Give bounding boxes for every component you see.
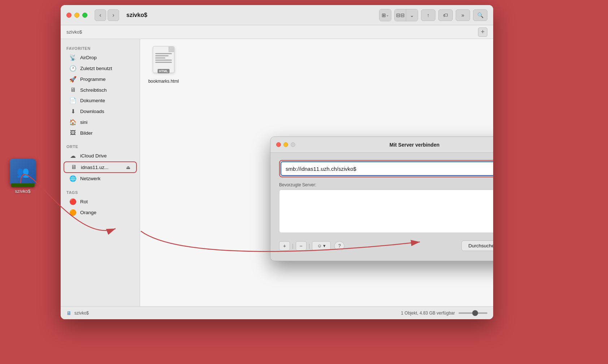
- status-drive-icon: 🖥: [66, 310, 71, 316]
- sidebar-item-idnas11[interactable]: 🖥 idnas11.uz... ⏏: [64, 161, 137, 173]
- sidebar-label-apps: Programme: [80, 77, 106, 82]
- sidebar-item-recent[interactable]: 🕐 Zuletzt benutzt: [64, 63, 137, 74]
- sidebar-item-apps[interactable]: 🚀 Programme: [64, 74, 137, 84]
- dialog-footer: + | − | ☺ ▾ ? Durchsuchen Verbinden: [279, 239, 493, 252]
- sidebar-label-pictures: Bilder: [80, 130, 93, 136]
- icloud-icon: ☁: [69, 152, 77, 159]
- file-name: bookmarks.html: [148, 79, 179, 84]
- help-button[interactable]: ?: [334, 241, 344, 251]
- sidebar-label-rot: Rot: [80, 199, 88, 204]
- browse-button[interactable]: Durchsuchen: [461, 240, 493, 251]
- sidebar-label-sini: sini: [80, 120, 87, 125]
- add-server-button[interactable]: +: [279, 241, 290, 251]
- sidebar-label-network: Netzwerk: [80, 176, 100, 181]
- sidebar-item-pictures[interactable]: 🖼 Bilder: [64, 128, 137, 138]
- dialog-minimize-button[interactable]: [283, 142, 288, 147]
- preferred-servers-list[interactable]: [279, 190, 493, 233]
- file-area: HTML bookmarks.html Mit Server verbinden: [140, 39, 493, 306]
- main-content: Favoriten 📡 AirDrop 🕐 Zuletzt benutzt 🚀 …: [61, 39, 493, 306]
- sidebar-item-rot[interactable]: 🔴 Rot: [64, 196, 137, 207]
- documents-icon: 📄: [69, 97, 77, 104]
- minimize-button[interactable]: [74, 13, 79, 18]
- view-toggle2: ⊟⊟ ⌄: [394, 9, 418, 21]
- sidebar-label-airdrop: AirDrop: [80, 55, 97, 60]
- title-bar: ‹ › szivko$ ⊞⌄ ⊟⊟ ⌄ ↑ 🏷 » 🔍: [61, 5, 493, 25]
- file-type-badge: HTML: [158, 69, 170, 73]
- sidebar-label-documents: Dokumente: [80, 98, 105, 103]
- server-address-wrapper: ▼: [279, 160, 493, 177]
- file-item-bookmarks[interactable]: HTML bookmarks.html: [147, 46, 180, 84]
- sidebar-label-icloud: iCloud Drive: [80, 153, 107, 159]
- sidebar-item-airdrop[interactable]: 📡 AirDrop: [64, 52, 137, 63]
- close-button[interactable]: [66, 13, 71, 18]
- eject-icon[interactable]: ⏏: [126, 165, 130, 170]
- dialog-title-bar: Mit Server verbinden: [270, 137, 493, 153]
- server-input-inner: ▼: [281, 161, 493, 176]
- finder-window: ‹ › szivko$ ⊞⌄ ⊟⊟ ⌄ ↑ 🏷 » 🔍 szivko$ + Fa…: [61, 5, 493, 319]
- sidebar-label-downloads: Downloads: [80, 109, 104, 114]
- breadcrumb-bar: szivko$ +: [61, 25, 493, 39]
- preferred-servers-label: Bevorzugte Server:: [279, 182, 493, 187]
- toolbar-right: ⊞⌄ ⊟⊟ ⌄ ↑ 🏷 » 🔍: [379, 9, 487, 21]
- list-view-button[interactable]: ⊟⊟: [395, 9, 406, 21]
- status-drive-name: szivko$: [74, 311, 89, 316]
- nav-buttons: ‹ ›: [95, 9, 119, 21]
- sini-icon: 🏠: [69, 119, 77, 126]
- sidebar-item-sini[interactable]: 🏠 sini: [64, 117, 137, 127]
- dialog-traffic-lights: [276, 142, 295, 147]
- sidebar-section-tags: Tags: [61, 187, 140, 196]
- desktop-icon-sidebar: 🖥: [69, 87, 77, 93]
- sidebar-item-documents[interactable]: 📄 Dokumente: [64, 95, 137, 106]
- desktop-icon-label: szivko$: [15, 188, 30, 194]
- maximize-button[interactable]: [82, 13, 87, 18]
- view-dropdown[interactable]: ⌄: [406, 9, 418, 21]
- status-bar: 🖥 szivko$ 1 Objekt, 4.83 GB verfügbar: [61, 306, 493, 319]
- desktop-icon-szivko[interactable]: 👥 szivko$: [6, 159, 39, 194]
- sidebar-label-recent: Zuletzt benutzt: [80, 66, 112, 71]
- sidebar-label-desktop: Schreibtisch: [80, 87, 107, 93]
- apps-icon: 🚀: [69, 76, 77, 83]
- rot-tag-icon: 🔴: [69, 198, 77, 205]
- share-button[interactable]: ↑: [421, 9, 435, 21]
- status-info: 1 Objekt, 4.83 GB verfügbar: [401, 311, 487, 316]
- server-address-input[interactable]: [281, 163, 493, 175]
- view-toggle: ⊞⌄: [379, 9, 391, 21]
- sidebar-item-desktop[interactable]: 🖥 Schreibtisch: [64, 85, 137, 95]
- recent-icon: 🕐: [69, 65, 77, 72]
- forward-button[interactable]: ›: [108, 9, 119, 21]
- connect-to-server-dialog: Mit Server verbinden ▼ Bevorzugte Server…: [270, 136, 493, 261]
- zoom-slider[interactable]: [459, 312, 487, 314]
- remove-server-button[interactable]: −: [296, 241, 307, 251]
- network-drive-icon: 👥: [10, 159, 36, 185]
- sidebar-label-orange: Orange: [80, 210, 96, 215]
- downloads-icon: ⬇: [69, 108, 77, 115]
- traffic-lights: [66, 13, 87, 18]
- orange-tag-icon: 🟠: [69, 209, 77, 216]
- sidebar-item-icloud[interactable]: ☁ iCloud Drive: [64, 151, 137, 161]
- window-title: szivko$: [126, 12, 147, 18]
- dialog-close-button[interactable]: [276, 142, 281, 147]
- sidebar-section-orte: Orte: [61, 142, 140, 150]
- dialog-footer-left: + | − | ☺ ▾ ?: [279, 241, 344, 251]
- sidebar-item-network[interactable]: 🌐 Netzwerk: [64, 173, 137, 184]
- html-file-icon: HTML: [151, 46, 177, 77]
- tag-button[interactable]: 🏷: [438, 9, 453, 21]
- more-button[interactable]: »: [456, 9, 470, 21]
- back-button[interactable]: ‹: [95, 9, 106, 21]
- dialog-inactive-button: [291, 142, 295, 147]
- dialog-title: Mit Server verbinden: [390, 142, 440, 148]
- idnas11-icon: 🖥: [70, 164, 77, 170]
- airdrop-icon: 📡: [69, 54, 77, 61]
- grid-view-button[interactable]: ⊞⌄: [379, 9, 391, 21]
- pictures-icon: 🖼: [69, 130, 77, 136]
- sidebar-section-favoriten: Favoriten: [61, 43, 140, 52]
- breadcrumb: szivko$: [66, 29, 82, 35]
- emoji-button[interactable]: ☺ ▾: [312, 241, 331, 251]
- sidebar-item-downloads[interactable]: ⬇ Downloads: [64, 106, 137, 117]
- sidebar-item-orange[interactable]: 🟠 Orange: [64, 207, 137, 218]
- dialog-body: ▼ Bevorzugte Server: + | − | ☺ ▾ ?: [270, 153, 493, 261]
- add-tab-button[interactable]: +: [478, 27, 487, 37]
- search-button[interactable]: 🔍: [473, 9, 487, 21]
- status-info-text: 1 Objekt, 4.83 GB verfügbar: [401, 311, 455, 316]
- sidebar-label-idnas11: idnas11.uz...: [81, 165, 109, 170]
